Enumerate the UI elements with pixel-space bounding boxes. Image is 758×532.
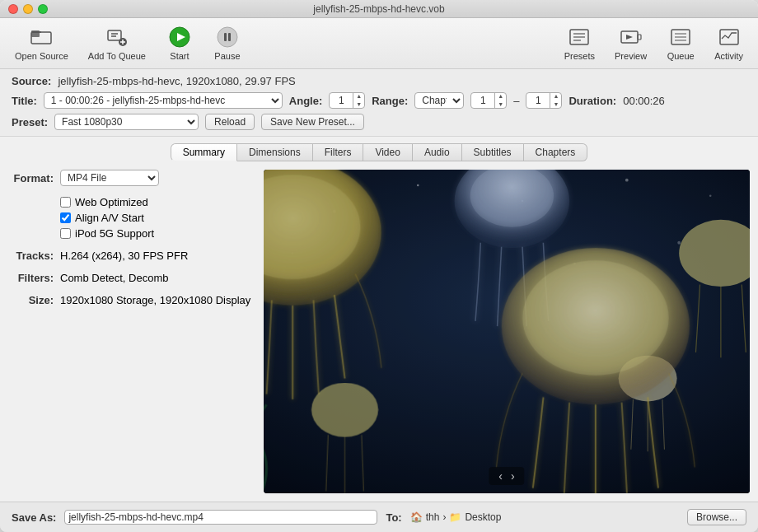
source-value: jellyfish-25-mbps-hd-hevc, 1920x1080, 29… xyxy=(58,75,295,87)
range-from-up[interactable]: ▲ xyxy=(495,92,506,100)
preview-nav-arrows: ‹ › xyxy=(489,467,524,485)
angle-input[interactable] xyxy=(330,95,353,106)
add-to-queue-button[interactable]: Add To Queue xyxy=(82,22,152,64)
queue-button[interactable]: Queue xyxy=(660,22,701,64)
info-bar: Source: jellyfish-25-mbps-hd-hevc, 1920x… xyxy=(0,69,758,137)
range-to-down[interactable]: ▼ xyxy=(550,100,561,109)
svg-marker-20 xyxy=(626,35,633,40)
web-optimized-checkbox[interactable] xyxy=(60,197,71,208)
minimize-button[interactable] xyxy=(23,4,33,14)
svg-rect-12 xyxy=(224,33,227,41)
presets-label: Presets xyxy=(564,51,595,61)
svg-point-11 xyxy=(218,27,237,47)
filters-value: Comb Detect, Decomb xyxy=(60,272,169,284)
tab-dimensions[interactable]: Dimensions xyxy=(237,143,313,161)
traffic-lights xyxy=(8,4,48,14)
preview-button[interactable]: Preview xyxy=(608,22,653,64)
range-to-up[interactable]: ▲ xyxy=(550,92,561,100)
start-icon xyxy=(168,26,191,49)
add-to-queue-icon xyxy=(105,26,129,49)
save-new-preset-button[interactable]: Save New Preset... xyxy=(261,114,364,130)
range-dash: – xyxy=(513,95,519,107)
open-source-button[interactable]: Open Source xyxy=(8,22,75,64)
range-to-input[interactable] xyxy=(526,95,550,106)
prev-frame-button[interactable]: ‹ xyxy=(495,469,506,483)
left-panel: Format: MP4 File Web Optimized Align A/V… xyxy=(8,170,255,493)
next-frame-button[interactable]: › xyxy=(508,469,518,483)
toolbar-right: Presets Preview Queue xyxy=(558,22,750,64)
angle-down[interactable]: ▼ xyxy=(353,100,364,109)
web-optimized-row: Web Optimized xyxy=(60,196,255,208)
preview-label: Preview xyxy=(615,51,647,61)
source-row: Source: jellyfish-25-mbps-hd-hevc, 1920x… xyxy=(12,72,746,90)
jellyfish-scene xyxy=(264,170,750,493)
preset-label: Preset: xyxy=(12,116,48,128)
bottom-bar: Save As: To: 🏠 thh › 📁 Desktop Browse... xyxy=(0,502,758,532)
tab-video[interactable]: Video xyxy=(363,143,412,161)
open-source-label: Open Source xyxy=(15,51,68,61)
filters-label: Filters: xyxy=(8,272,54,284)
folder-icon: 📁 xyxy=(449,511,461,523)
align-av-checkbox[interactable] xyxy=(60,212,71,223)
align-av-row: Align A/V Start xyxy=(60,212,255,224)
web-optimized-label: Web Optimized xyxy=(75,196,148,208)
range-from-down[interactable]: ▼ xyxy=(495,100,506,109)
main-content: Format: MP4 File Web Optimized Align A/V… xyxy=(0,161,758,502)
tracks-value: H.264 (x264), 30 FPS PFR xyxy=(60,250,188,262)
angle-stepper[interactable]: ▲ ▼ xyxy=(329,92,365,109)
tracks-label: Tracks: xyxy=(8,250,54,262)
main-window: jellyfish-25-mbps-hd-hevc.vob Open Sourc… xyxy=(0,0,758,532)
reload-button[interactable]: Reload xyxy=(205,114,255,130)
ipod-row: iPod 5G Support xyxy=(60,227,255,240)
format-label: Format: xyxy=(8,172,54,184)
checkboxes-group: Web Optimized Align A/V Start iPod 5G Su… xyxy=(8,196,255,240)
preview-icon xyxy=(620,26,643,49)
preview-panel: ‹ › xyxy=(264,170,750,493)
range-to-stepper[interactable]: ▲ ▼ xyxy=(526,92,562,109)
path-chevron: › xyxy=(442,511,446,523)
close-button[interactable] xyxy=(8,4,18,14)
start-label: Start xyxy=(170,51,189,61)
pause-button[interactable]: Pause xyxy=(207,22,248,64)
tab-filters[interactable]: Filters xyxy=(313,143,364,161)
format-select[interactable]: MP4 File xyxy=(60,170,159,186)
tabs-bar: Summary Dimensions Filters Video Audio S… xyxy=(0,137,758,161)
tab-chapters[interactable]: Chapters xyxy=(524,143,588,161)
range-from-input[interactable] xyxy=(471,95,494,106)
to-label: To: xyxy=(386,511,401,524)
home-icon: 🏠 xyxy=(410,511,423,523)
title-select[interactable]: 1 - 00:00:26 - jellyfish-25-mbps-hd-hevc xyxy=(44,92,283,109)
title-row: Title: 1 - 00:00:26 - jellyfish-25-mbps-… xyxy=(12,90,746,111)
angle-up[interactable]: ▲ xyxy=(353,92,364,100)
range-to-arrows: ▲ ▼ xyxy=(550,92,561,109)
range-type-select[interactable]: Chapters xyxy=(414,92,464,109)
preview-image xyxy=(264,170,750,493)
range-from-arrows: ▲ ▼ xyxy=(494,92,506,109)
tab-audio[interactable]: Audio xyxy=(413,143,462,161)
presets-icon xyxy=(568,26,591,49)
preset-select[interactable]: Fast 1080p30 xyxy=(54,114,199,130)
duration-label: Duration: xyxy=(568,95,616,107)
add-to-queue-label: Add To Queue xyxy=(88,51,146,61)
save-as-input[interactable] xyxy=(64,510,377,525)
filters-summary-row: Filters: Comb Detect, Decomb xyxy=(8,272,255,284)
ipod-label: iPod 5G Support xyxy=(75,227,154,240)
format-row: Format: MP4 File xyxy=(8,170,255,186)
browse-button[interactable]: Browse... xyxy=(687,509,746,525)
start-button[interactable]: Start xyxy=(159,22,200,64)
pause-icon xyxy=(216,26,239,49)
svg-rect-13 xyxy=(228,33,231,41)
presets-button[interactable]: Presets xyxy=(558,22,601,64)
svg-rect-0 xyxy=(31,30,40,37)
tab-summary[interactable]: Summary xyxy=(171,143,237,161)
tab-subtitles[interactable]: Subtitles xyxy=(462,143,524,161)
activity-button[interactable]: Activity xyxy=(708,22,750,64)
svg-rect-3 xyxy=(108,30,121,40)
toolbar: Open Source Add To Queue xyxy=(0,18,758,69)
ipod-checkbox[interactable] xyxy=(60,228,71,239)
tracks-row: Tracks: H.264 (x264), 30 FPS PFR xyxy=(8,250,255,262)
window-title: jellyfish-25-mbps-hd-hevc.vob xyxy=(313,3,444,15)
range-from-stepper[interactable]: ▲ ▼ xyxy=(470,92,507,109)
source-label: Source: xyxy=(12,75,51,87)
maximize-button[interactable] xyxy=(38,4,48,14)
